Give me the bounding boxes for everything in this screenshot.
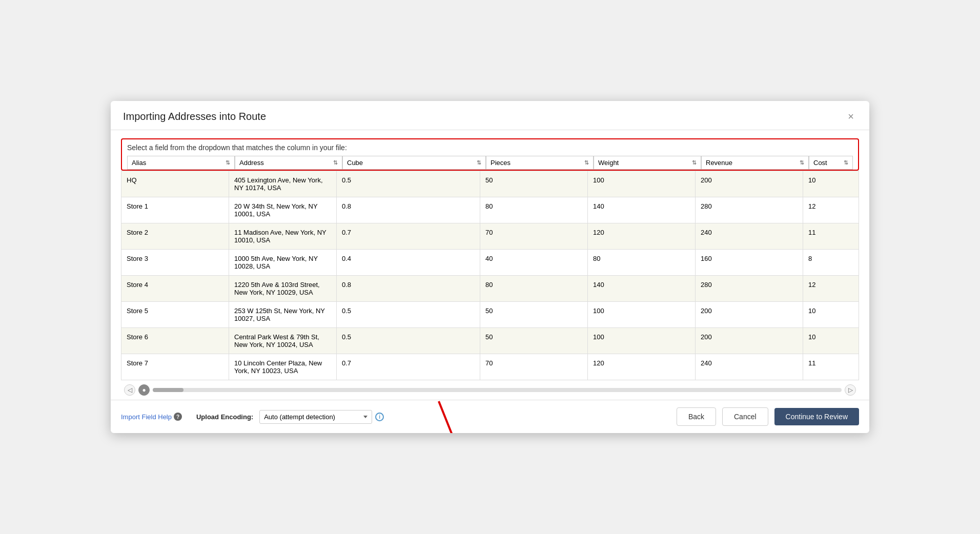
cell-cost: 12 bbox=[803, 276, 859, 302]
column-headers-row: Alias ⇅ Address ⇅ Cube ⇅ Pieces ⇅ Weight bbox=[127, 156, 853, 170]
cell-revenue: 200 bbox=[696, 302, 803, 328]
cell-cube: 0.8 bbox=[337, 197, 480, 223]
cell-alias: Store 3 bbox=[121, 250, 229, 276]
table-container: AliasAddressCubePiecesWeightRevenueCost … bbox=[121, 171, 859, 380]
dialog-title: Importing Addresses into Route bbox=[123, 111, 266, 122]
dialog-header: Importing Addresses into Route × bbox=[111, 101, 869, 130]
cell-revenue: 200 bbox=[696, 171, 803, 197]
col-header-alias[interactable]: Alias ⇅ bbox=[127, 156, 235, 170]
cell-pieces: 80 bbox=[480, 276, 588, 302]
cell-cost: 12 bbox=[803, 197, 859, 223]
cell-cost: 8 bbox=[803, 250, 859, 276]
cell-alias: Store 5 bbox=[121, 302, 229, 328]
dialog-footer: Import Field Help ? Upload Encoding: Aut… bbox=[111, 400, 869, 433]
table-row: Store 6Central Park West & 79th St, New … bbox=[121, 328, 859, 354]
cell-address: 1220 5th Ave & 103rd Street, New York, N… bbox=[229, 276, 337, 302]
cell-alias: Store 1 bbox=[121, 197, 229, 223]
col-header-revenue[interactable]: Revenue ⇅ bbox=[701, 156, 809, 170]
cell-weight: 120 bbox=[588, 223, 696, 250]
cell-alias: Store 6 bbox=[121, 328, 229, 354]
import-dialog: Importing Addresses into Route × Select … bbox=[111, 101, 869, 433]
cell-pieces: 50 bbox=[480, 328, 588, 354]
col-header-cost[interactable]: Cost ⇅ bbox=[809, 156, 853, 170]
import-help-link[interactable]: Import Field Help ? bbox=[121, 413, 182, 421]
col-header-cube-label: Cube bbox=[347, 159, 363, 167]
cancel-button[interactable]: Cancel bbox=[722, 407, 768, 426]
back-button[interactable]: Back bbox=[677, 407, 716, 426]
cell-address: 20 W 34th St, New York, NY 10001, USA bbox=[229, 197, 337, 223]
help-icon: ? bbox=[174, 413, 182, 421]
encoding-select-wrap: Auto (attempt detection)UTF-8ISO-8859-1W… bbox=[259, 410, 384, 424]
col-header-cost-label: Cost bbox=[813, 159, 827, 167]
col-header-pieces[interactable]: Pieces ⇅ bbox=[486, 156, 594, 170]
scroll-left-button[interactable]: ◁ bbox=[124, 384, 135, 396]
scroll-right-button[interactable]: ▷ bbox=[845, 384, 856, 396]
close-button[interactable]: × bbox=[845, 110, 857, 122]
cell-cost: 11 bbox=[803, 354, 859, 380]
cell-pieces: 50 bbox=[480, 302, 588, 328]
col-header-weight[interactable]: Weight ⇅ bbox=[594, 156, 701, 170]
cell-cost: 11 bbox=[803, 223, 859, 250]
cell-pieces: 70 bbox=[480, 223, 588, 250]
cell-alias: Store 4 bbox=[121, 276, 229, 302]
table-row: Store 5253 W 125th St, New York, NY 1002… bbox=[121, 302, 859, 328]
cell-weight: 140 bbox=[588, 197, 696, 223]
cell-address: 10 Lincoln Center Plaza, New York, NY 10… bbox=[229, 354, 337, 380]
encoding-info-icon[interactable]: i bbox=[375, 413, 384, 421]
cell-weight: 120 bbox=[588, 354, 696, 380]
cell-address: Central Park West & 79th St, New York, N… bbox=[229, 328, 337, 354]
chevron-down-icon: ⇅ bbox=[226, 159, 230, 166]
chevron-down-icon: ⇅ bbox=[477, 159, 481, 166]
cell-cube: 0.7 bbox=[337, 223, 480, 250]
table-row: Store 710 Lincoln Center Plaza, New York… bbox=[121, 354, 859, 380]
scroll-track[interactable] bbox=[153, 388, 842, 392]
cell-pieces: 40 bbox=[480, 250, 588, 276]
col-header-address[interactable]: Address ⇅ bbox=[235, 156, 342, 170]
cell-address: 1000 5th Ave, New York, NY 10028, USA bbox=[229, 250, 337, 276]
cell-address: 405 Lexington Ave, New York, NY 10174, U… bbox=[229, 171, 337, 197]
cell-weight: 140 bbox=[588, 276, 696, 302]
cell-address: 11 Madison Ave, New York, NY 10010, USA bbox=[229, 223, 337, 250]
cell-weight: 100 bbox=[588, 171, 696, 197]
upload-encoding-label: Upload Encoding: bbox=[196, 413, 253, 421]
col-header-pieces-label: Pieces bbox=[491, 159, 511, 167]
cell-pieces: 80 bbox=[480, 197, 588, 223]
cell-cube: 0.8 bbox=[337, 276, 480, 302]
import-help-label: Import Field Help bbox=[121, 413, 172, 421]
cell-alias: HQ bbox=[121, 171, 229, 197]
cell-pieces: 70 bbox=[480, 354, 588, 380]
cell-cost: 10 bbox=[803, 328, 859, 354]
cell-cost: 10 bbox=[803, 302, 859, 328]
table-row: Store 31000 5th Ave, New York, NY 10028,… bbox=[121, 250, 859, 276]
cell-revenue: 240 bbox=[696, 354, 803, 380]
table-row: Store 120 W 34th St, New York, NY 10001,… bbox=[121, 197, 859, 223]
cell-weight: 80 bbox=[588, 250, 696, 276]
cell-address: 253 W 125th St, New York, NY 10027, USA bbox=[229, 302, 337, 328]
continue-to-review-button[interactable]: Continue to Review bbox=[774, 408, 859, 425]
cell-revenue: 280 bbox=[696, 197, 803, 223]
scroll-left-active-button[interactable]: ● bbox=[138, 384, 150, 396]
cell-alias: Store 7 bbox=[121, 354, 229, 380]
cell-cube: 0.5 bbox=[337, 328, 480, 354]
chevron-down-icon: ⇅ bbox=[333, 159, 338, 166]
instruction-text: Select a field from the dropdown that ma… bbox=[127, 143, 853, 152]
cell-cube: 0.5 bbox=[337, 171, 480, 197]
cell-revenue: 160 bbox=[696, 250, 803, 276]
cell-alias: Store 2 bbox=[121, 223, 229, 250]
cell-cube: 0.4 bbox=[337, 250, 480, 276]
col-header-revenue-label: Revenue bbox=[706, 159, 732, 167]
chevron-down-icon: ⇅ bbox=[800, 159, 804, 166]
cell-cost: 10 bbox=[803, 171, 859, 197]
cell-weight: 100 bbox=[588, 328, 696, 354]
cell-revenue: 280 bbox=[696, 276, 803, 302]
dialog-body: Select a field from the dropdown that ma… bbox=[111, 130, 869, 400]
col-header-weight-label: Weight bbox=[598, 159, 619, 167]
col-header-cube[interactable]: Cube ⇅ bbox=[342, 156, 486, 170]
data-table: AliasAddressCubePiecesWeightRevenueCost … bbox=[121, 171, 859, 380]
encoding-select[interactable]: Auto (attempt detection)UTF-8ISO-8859-1W… bbox=[259, 410, 372, 424]
table-row: HQ405 Lexington Ave, New York, NY 10174,… bbox=[121, 171, 859, 197]
scroll-thumb bbox=[153, 388, 183, 392]
instruction-box: Select a field from the dropdown that ma… bbox=[121, 138, 859, 171]
col-header-alias-label: Alias bbox=[132, 159, 146, 167]
cell-weight: 100 bbox=[588, 302, 696, 328]
